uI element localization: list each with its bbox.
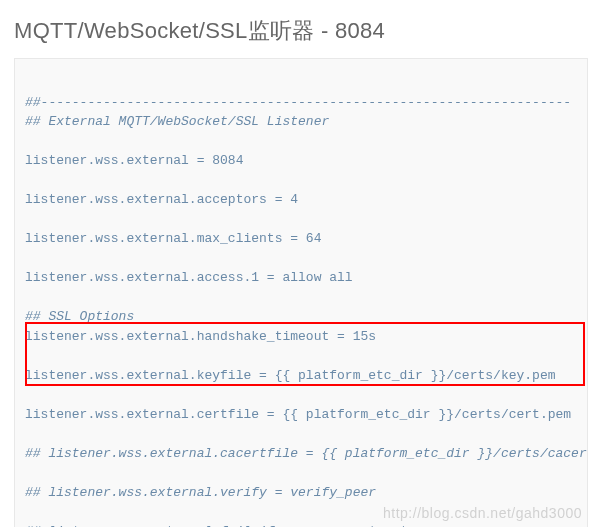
code-line: listener.wss.external.keyfile = {{ platf… [25,368,556,383]
code-line: listener.wss.external.acceptors = 4 [25,192,298,207]
page-title: MQTT/WebSocket/SSL监听器 - 8084 [0,0,602,58]
code-line: listener.wss.external = 8084 [25,153,243,168]
watermark-text: http://blog.csdn.net/gahd3000 [383,505,582,521]
code-line: listener.wss.external.access.1 = allow a… [25,270,353,285]
code-line: ## listener.wss.external.fail_if_no_peer… [25,524,431,528]
code-line: ## External MQTT/WebSocket/SSL Listener [25,114,329,129]
code-line: ## SSL Options [25,309,134,324]
code-line: listener.wss.external.max_clients = 64 [25,231,321,246]
code-line: ##--------------------------------------… [25,95,571,110]
code-line: ## listener.wss.external.cacertfile = {{… [25,446,588,461]
config-code-block: ##--------------------------------------… [14,58,588,527]
code-line: ## listener.wss.external.verify = verify… [25,485,376,500]
code-line: listener.wss.external.certfile = {{ plat… [25,407,571,422]
code-line: listener.wss.external.handshake_timeout … [25,329,376,344]
